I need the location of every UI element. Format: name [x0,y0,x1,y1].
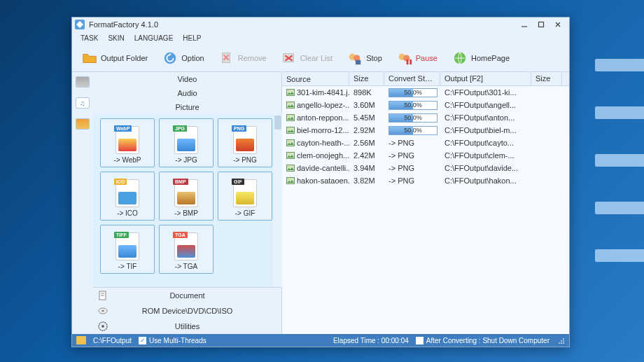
cell-source: biel-morro-12... [282,126,349,134]
progress-bar: 50.0% [388,113,438,123]
cell-size: 2.92M [349,126,384,134]
table-row[interactable]: angello-lopez-... 3.60M 50.0% C:\FFOutpu… [282,99,569,111]
after-converting-toggle[interactable]: ✓ After Converting : Shut Down Computer [416,337,550,344]
minimize-button[interactable] [516,19,533,30]
maximize-button[interactable] [533,19,550,30]
cell-state: -> PNG [384,176,440,185]
table-row[interactable]: 301-kim-4841.j... 898K 50.0% C:\FFOutput… [282,86,569,99]
table-row[interactable]: hakon-sataoen... 3.82M -> PNG C:\FFOutpu… [282,174,569,187]
statusbar-folder-icon[interactable] [76,336,86,344]
format-tile[interactable]: PNG -> PNG [218,118,272,167]
titlebar[interactable]: FormatFactory 4.1.0 [72,18,569,32]
format-tile[interactable]: ICO -> ICO [100,172,155,221]
cell-output: C:\FFOutput\davide... [440,164,531,172]
video-category-icon[interactable] [76,76,90,88]
option-button[interactable]: Option [157,46,209,70]
homepage-button[interactable]: HomePage [447,46,514,70]
stop-button[interactable]: Stop [342,46,387,70]
table-row[interactable]: biel-morro-12... 2.92M 50.0% C:\FFOutput… [282,124,569,137]
cell-output: C:\FFOutput\biel-m... [440,126,531,134]
clear-list-button[interactable]: Clear List [276,46,337,70]
format-tile[interactable]: JPG -> JPG [159,118,214,167]
cell-state: -> PNG [384,139,440,147]
svg-rect-16 [407,59,409,64]
svg-rect-40 [287,178,295,184]
header-size[interactable]: Size [349,72,384,85]
menu-help[interactable]: HELP [178,33,205,43]
output-folder-button[interactable]: Output Folder [76,46,153,70]
queue-table-body[interactable]: 301-kim-4841.j... 898K 50.0% C:\FFOutput… [282,86,569,334]
header-output-size[interactable]: Size [531,72,562,85]
progress-bar: 50.0% [388,101,438,110]
multi-threads-checkbox[interactable]: ✓ [139,337,146,344]
format-scrollbar[interactable] [274,114,282,287]
resize-grip-icon[interactable] [556,336,565,344]
cell-state: -> PNG [384,164,440,172]
desktop-background-glow [588,0,644,362]
image-file-icon [286,177,295,184]
format-file-icon: PNG [233,126,257,154]
utilities-icon [93,321,113,332]
table-row[interactable]: anton-reppon... 5.45M 50.0% C:\FFOutput\… [282,111,569,124]
picture-category[interactable]: Picture [93,100,281,114]
header-convert-state[interactable]: Convert State [384,72,440,85]
format-tile[interactable]: BMP -> BMP [159,172,214,221]
image-file-icon [286,139,295,146]
image-file-icon [286,165,295,172]
bottom-categories: Document ROM Device\DVD\CD\ISO Utilities [93,287,281,334]
menu-skin[interactable]: SKIN [104,33,128,43]
cell-state: 50.0% [384,88,440,97]
document-icon [93,290,113,301]
cell-size: 3.94M [349,164,384,172]
video-category[interactable]: Video [93,72,281,86]
format-tile-label: -> ICO [117,209,138,217]
statusbar-output-path[interactable]: C:\FFOutput [93,337,132,344]
format-file-icon: TGA [174,232,198,260]
svg-point-31 [288,116,290,117]
svg-rect-30 [287,115,295,121]
pause-button[interactable]: Pause [391,46,442,70]
format-tile-label: -> TIF [118,263,137,270]
toolbar: Output Folder Option Remove Clear List S… [72,44,569,72]
format-grid: WebP -> WebP JPG -> JPG PNG -> PNG ICO -… [93,114,281,287]
close-button[interactable] [550,19,566,30]
option-icon [162,50,178,67]
table-row[interactable]: cayton-heath-... 2.56M -> PNG C:\FFOutpu… [282,137,569,149]
cell-source: cayton-heath-... [282,139,349,147]
header-source[interactable]: Source [282,72,349,85]
cell-size: 898K [349,88,384,97]
main-window: FormatFactory 4.1.0 TASK SKIN LANGUAGE H… [71,17,570,347]
header-output[interactable]: Output [F2] [440,72,531,85]
svg-point-35 [288,141,290,142]
cell-source: 301-kim-4841.j... [282,88,349,97]
svg-point-43 [561,342,562,344]
cell-output: C:\FFOutput\anton... [440,113,531,122]
svg-rect-38 [287,165,295,172]
audio-category[interactable]: Audio [93,86,281,100]
cell-source: anton-reppon... [282,113,349,122]
format-file-icon: WebP [115,126,139,154]
format-tile[interactable]: WebP -> WebP [100,118,155,167]
table-row[interactable]: davide-cantelli... 3.94M -> PNG C:\FFOut… [282,162,569,174]
rom-category[interactable]: ROM Device\DVD\CD\ISO [93,303,281,319]
multi-threads-toggle[interactable]: ✓ Use Multi-Threads [139,337,206,344]
menu-language[interactable]: LANGUAGE [130,33,178,43]
utilities-category[interactable]: Utilities [93,319,281,334]
picture-category-icon[interactable] [76,118,90,130]
document-category[interactable]: Document [93,288,281,303]
after-converting-checkbox[interactable]: ✓ [416,337,424,344]
format-tile[interactable]: TGA -> TGA [159,225,214,274]
rom-label: ROM Device\DVD\CD\ISO [113,307,281,315]
rom-icon [93,305,113,316]
audio-category-icon[interactable]: ♫ [76,97,90,109]
cell-size: 5.45M [349,113,384,122]
table-row[interactable]: clem-onojegh... 2.42M -> PNG C:\FFOutput… [282,149,569,162]
format-tile[interactable]: TIFF -> TIF [100,225,155,274]
window-title: FormatFactory 4.1.0 [89,20,158,29]
menubar: TASK SKIN LANGUAGE HELP [72,32,569,44]
cell-size: 2.56M [349,139,384,147]
svg-point-25 [102,325,104,328]
format-tile[interactable]: GIF -> GIF [218,172,272,221]
menu-task[interactable]: TASK [76,33,102,43]
remove-button[interactable]: Remove [214,46,272,70]
